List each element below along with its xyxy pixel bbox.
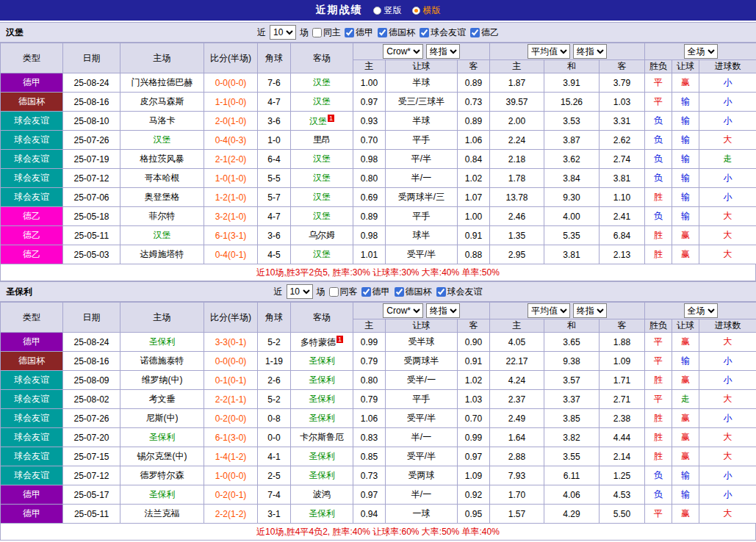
avg-draw-odds: 3.57 bbox=[544, 371, 600, 390]
away-team[interactable]: 波鸿 bbox=[291, 485, 353, 505]
handicap-result: 赢 bbox=[672, 245, 699, 264]
radio-unchecked-icon[interactable] bbox=[373, 7, 381, 15]
home-team[interactable]: 格拉茨风暴 bbox=[120, 150, 204, 169]
league-label: 德甲 bbox=[356, 26, 373, 39]
league-filter[interactable]: 德甲 bbox=[345, 26, 373, 39]
away-team[interactable]: 汉堡 bbox=[291, 207, 353, 226]
home-team[interactable]: 汉堡 bbox=[120, 226, 204, 245]
away-team[interactable]: 里昂 bbox=[291, 131, 353, 150]
layout-horizontal-option[interactable]: 横版 bbox=[412, 4, 441, 17]
goals-result: 小 bbox=[699, 371, 756, 390]
avg-home-odds: 2.24 bbox=[490, 131, 544, 150]
away-team[interactable]: 圣保利 bbox=[291, 409, 353, 428]
home-team[interactable]: 维罗纳(中) bbox=[120, 371, 204, 390]
away-team[interactable]: 圣保利 bbox=[291, 466, 353, 485]
handicap-line: 受半球 bbox=[386, 333, 458, 352]
home-team[interactable]: 德罗特尔森 bbox=[120, 466, 204, 485]
odds-group-header: Crow* 终指 bbox=[353, 303, 490, 319]
home-team[interactable]: 圣保利 bbox=[120, 333, 204, 352]
same-venue-checkbox[interactable] bbox=[329, 287, 339, 297]
avg-source-select[interactable]: 平均值 bbox=[528, 303, 570, 318]
league-checkbox[interactable] bbox=[395, 287, 404, 297]
league-filter[interactable]: 球会友谊 bbox=[436, 286, 483, 298]
home-odds: 0.97 bbox=[353, 485, 386, 505]
handicap-line: 半/一 bbox=[386, 169, 458, 188]
avg-kind-select[interactable]: 终指 bbox=[573, 44, 607, 59]
avg-away-odds: 1.71 bbox=[600, 371, 645, 390]
same-venue-label: 同客 bbox=[340, 286, 358, 298]
home-odds: 0.98 bbox=[353, 226, 386, 245]
same-venue-checkbox[interactable] bbox=[312, 28, 322, 37]
odds-group-header: Crow* 终指 bbox=[353, 43, 490, 60]
league-filter[interactable]: 德甲 bbox=[361, 286, 390, 298]
league-filter[interactable]: 德乙 bbox=[470, 26, 499, 39]
league-checkbox[interactable] bbox=[420, 28, 429, 37]
same-venue-filter[interactable]: 同客 bbox=[329, 286, 358, 298]
league-filter[interactable]: 球会友谊 bbox=[420, 26, 466, 39]
league-checkbox[interactable] bbox=[470, 28, 480, 37]
league-checkbox[interactable] bbox=[436, 287, 446, 297]
away-team[interactable]: 汉堡 bbox=[291, 188, 353, 207]
away-team[interactable]: 汉堡 bbox=[291, 93, 353, 112]
avg-draw-odds: 3.91 bbox=[544, 73, 600, 93]
avg-draw-odds: 3.37 bbox=[544, 390, 600, 409]
odds-kind-select[interactable]: 终指 bbox=[426, 44, 460, 59]
odds-company-select[interactable]: Crow* bbox=[383, 44, 423, 59]
avg-kind-select[interactable]: 终指 bbox=[573, 303, 607, 318]
away-team[interactable]: 圣保利 bbox=[291, 371, 353, 390]
home-team[interactable]: 奥登堡格 bbox=[120, 188, 204, 207]
home-team[interactable]: 哥本哈根 bbox=[120, 169, 204, 188]
away-team[interactable]: 多特蒙德1 bbox=[291, 333, 353, 352]
home-team[interactable]: 菲尔特 bbox=[120, 207, 204, 226]
home-team[interactable]: 锡尔克堡(中) bbox=[120, 447, 204, 466]
away-odds: 0.89 bbox=[458, 112, 490, 131]
league-filter[interactable]: 德国杯 bbox=[395, 286, 432, 298]
fullmatch-select[interactable]: 全场 bbox=[684, 303, 718, 318]
home-team[interactable]: 门兴格拉德巴赫 bbox=[120, 73, 204, 93]
avg-source-select[interactable]: 平均值 bbox=[528, 44, 570, 59]
league-checkbox[interactable] bbox=[361, 287, 371, 297]
layout-vertical-option[interactable]: 竖版 bbox=[373, 4, 402, 17]
away-team[interactable]: 乌尔姆 bbox=[291, 226, 353, 245]
recent-count-select[interactable]: 10 bbox=[287, 284, 313, 299]
recent-count-select[interactable]: 10 bbox=[270, 25, 296, 40]
away-team[interactable]: 圣保利 bbox=[291, 352, 353, 371]
home-team[interactable]: 汉堡 bbox=[120, 131, 204, 150]
match-date: 25-07-26 bbox=[63, 131, 120, 150]
league-label: 德乙 bbox=[481, 26, 499, 39]
away-team[interactable]: 卡尔斯鲁厄 bbox=[291, 428, 353, 447]
subcol-odds-away: 客 bbox=[458, 319, 490, 333]
away-team[interactable]: 汉堡 bbox=[291, 150, 353, 169]
home-team[interactable]: 法兰克福 bbox=[120, 505, 204, 524]
away-team[interactable]: 圣保利 bbox=[291, 447, 353, 466]
away-team[interactable]: 汉堡 bbox=[291, 73, 353, 93]
league-filter[interactable]: 德国杯 bbox=[378, 26, 415, 39]
odds-company-select[interactable]: Crow* bbox=[383, 303, 423, 318]
outcome-result: 负 bbox=[645, 150, 672, 169]
home-team[interactable]: 诺德施泰特 bbox=[120, 352, 204, 371]
same-venue-filter[interactable]: 同主 bbox=[312, 26, 341, 39]
avg-home-odds: 1.35 bbox=[490, 226, 544, 245]
away-team[interactable]: 汉堡1 bbox=[291, 112, 353, 131]
home-team[interactable]: 圣保利 bbox=[120, 428, 204, 447]
home-team[interactable]: 马洛卡 bbox=[120, 112, 204, 131]
away-team[interactable]: 汉堡 bbox=[291, 245, 353, 264]
avg-home-odds: 1.57 bbox=[490, 505, 544, 524]
home-team[interactable]: 考文垂 bbox=[120, 390, 204, 409]
away-team[interactable]: 汉堡 bbox=[291, 169, 353, 188]
radio-checked-icon[interactable] bbox=[412, 7, 420, 15]
league-checkbox[interactable] bbox=[345, 28, 354, 37]
league-badge: 球会友谊 bbox=[1, 409, 63, 428]
away-team[interactable]: 圣保利 bbox=[291, 505, 353, 524]
fullmatch-select[interactable]: 全场 bbox=[684, 44, 718, 59]
away-team[interactable]: 圣保利 bbox=[291, 390, 353, 409]
home-team[interactable]: 尼斯(中) bbox=[120, 409, 204, 428]
home-team[interactable]: 达姆施塔特 bbox=[120, 245, 204, 264]
avg-away-odds: 1.25 bbox=[600, 466, 645, 485]
subcol-goals: 进球数 bbox=[699, 60, 756, 73]
home-team[interactable]: 圣保利 bbox=[120, 485, 204, 505]
subcol-odds-home: 主 bbox=[353, 319, 386, 333]
home-team[interactable]: 皮尔马森斯 bbox=[120, 93, 204, 112]
odds-kind-select[interactable]: 终指 bbox=[426, 303, 460, 318]
league-checkbox[interactable] bbox=[378, 28, 387, 37]
